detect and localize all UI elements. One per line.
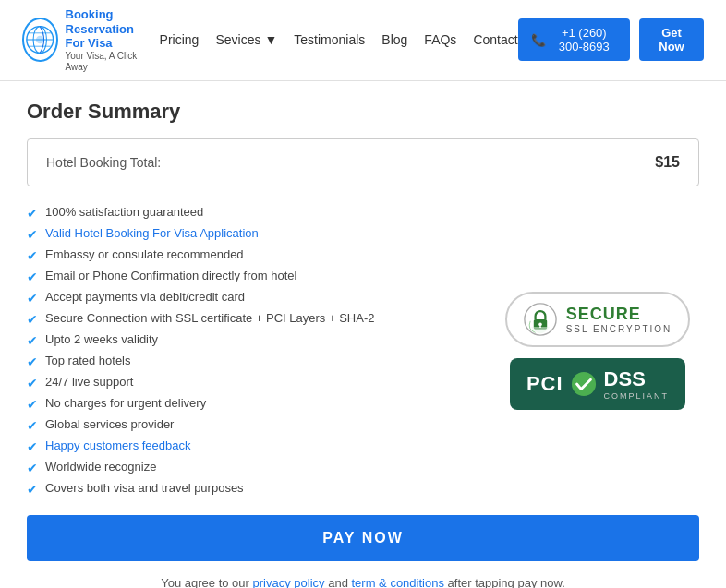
nav-faqs[interactable]: FAQs <box>424 32 456 47</box>
feature-item: ✔Valid Hotel Booking For Visa Applicatio… <box>27 226 478 242</box>
check-icon: ✔ <box>27 461 38 475</box>
check-icon: ✔ <box>27 482 38 497</box>
feature-text: 100% satisfaction guaranteed <box>45 205 203 219</box>
ssl-badge: SECURE SSL ENCRYPTION <box>505 292 691 347</box>
check-icon: ✔ <box>27 376 38 390</box>
check-icon: ✔ <box>27 248 38 263</box>
badges-area: SECURE SSL ENCRYPTION PCI DSS COMPLIANT <box>496 205 699 497</box>
phone-button[interactable]: 📞 +1 (260) 300-8693 <box>518 18 630 61</box>
nav-testimonials[interactable]: Testimonials <box>294 32 365 47</box>
feature-text: 24/7 live support <box>45 375 133 389</box>
pay-now-button[interactable]: PAY NOW <box>27 515 699 561</box>
check-icon: ✔ <box>27 291 38 306</box>
nav-services[interactable]: Sevices ▼ <box>215 32 277 47</box>
check-icon: ✔ <box>27 227 38 242</box>
feature-item: ✔Secure Connection with SSL certificate … <box>27 311 478 327</box>
features-list: ✔100% satisfaction guaranteed✔Valid Hote… <box>27 205 478 497</box>
feature-item: ✔Covers both visa and travel purposes <box>27 481 478 497</box>
feature-item: ✔Accept payments via debit/credit card <box>27 290 478 306</box>
order-summary-box: Hotel Booking Total: $15 <box>27 138 699 186</box>
svg-point-8 <box>538 322 542 326</box>
order-label: Hotel Booking Total: <box>46 155 161 170</box>
check-icon: ✔ <box>27 418 38 433</box>
secure-text: SECURE SSL ENCRYPTION <box>566 305 672 334</box>
check-icon: ✔ <box>27 312 38 327</box>
features-section: ✔100% satisfaction guaranteed✔Valid Hote… <box>27 205 699 497</box>
nav-pricing[interactable]: Pricing <box>160 32 200 47</box>
feature-text: Email or Phone Confirmation directly fro… <box>45 269 296 282</box>
feature-text: Covers both visa and travel purposes <box>45 481 244 495</box>
feature-item: ✔24/7 live support <box>27 375 478 390</box>
feature-item: ✔100% satisfaction guaranteed <box>27 205 478 221</box>
feature-text: Upto 2 weeks validity <box>45 332 158 346</box>
feature-text: Accept payments via debit/credit card <box>45 290 245 304</box>
logo-icon <box>22 18 58 62</box>
main-nav: Pricing Sevices ▼ Testimonials Blog FAQs… <box>160 32 518 47</box>
logo-text: Booking Reservation For Visa Your Visa, … <box>66 7 160 73</box>
dss-text-area: DSS COMPLIANT <box>604 367 670 401</box>
footer-agree-text: You agree to our privacy policy and term… <box>27 576 699 588</box>
feature-item: ✔Top rated hotels <box>27 354 478 369</box>
feature-text: No charges for urgent delivery <box>45 396 206 410</box>
feature-item: ✔Global services provider <box>27 417 478 433</box>
feature-link[interactable]: Valid Hotel Booking For Visa Application <box>45 226 259 240</box>
svg-point-5 <box>36 36 44 44</box>
check-icon: ✔ <box>27 206 38 221</box>
get-now-button[interactable]: Get Now <box>639 18 704 61</box>
pci-check-icon <box>571 371 597 397</box>
feature-link[interactable]: Happy customers feedback <box>45 438 191 452</box>
feature-text: Embassy or consulate recommended <box>45 247 244 261</box>
check-icon: ✔ <box>27 270 38 284</box>
chevron-down-icon: ▼ <box>264 32 277 47</box>
check-icon: ✔ <box>27 439 38 454</box>
feature-item: ✔Email or Phone Confirmation directly fr… <box>27 269 478 284</box>
lock-icon <box>524 303 557 336</box>
header-buttons: 📞 +1 (260) 300-8693 Get Now <box>518 18 704 61</box>
feature-item: ✔No charges for urgent delivery <box>27 396 478 412</box>
feature-text: Worldwide recognize <box>45 460 156 474</box>
feature-text: Top rated hotels <box>45 354 131 367</box>
nav-contact[interactable]: Contact <box>473 32 517 47</box>
logo: Booking Reservation For Visa Your Visa, … <box>22 7 160 73</box>
check-icon: ✔ <box>27 397 38 412</box>
order-price: $15 <box>655 154 680 171</box>
terms-link[interactable]: term & conditions <box>351 576 443 588</box>
feature-text[interactable]: Happy customers feedback <box>45 438 191 452</box>
feature-text: Global services provider <box>45 417 174 431</box>
svg-point-10 <box>572 372 596 396</box>
phone-icon: 📞 <box>531 33 546 47</box>
feature-item: ✔Upto 2 weeks validity <box>27 332 478 348</box>
page-title: Order Summary <box>27 100 699 124</box>
feature-item: ✔Worldwide recognize <box>27 460 478 475</box>
main-content: Order Summary Hotel Booking Total: $15 ✔… <box>12 81 714 588</box>
feature-item: ✔Embassy or consulate recommended <box>27 247 478 263</box>
feature-text[interactable]: Valid Hotel Booking For Visa Application <box>45 226 259 240</box>
header: Booking Reservation For Visa Your Visa, … <box>0 0 726 81</box>
privacy-policy-link[interactable]: privacy policy <box>253 576 325 588</box>
feature-item: ✔Happy customers feedback <box>27 438 478 454</box>
feature-text: Secure Connection with SSL certificate +… <box>45 311 374 325</box>
check-icon: ✔ <box>27 354 38 369</box>
check-icon: ✔ <box>27 333 38 348</box>
nav-blog[interactable]: Blog <box>381 32 407 47</box>
pci-badge: PCI DSS COMPLIANT <box>510 358 685 410</box>
